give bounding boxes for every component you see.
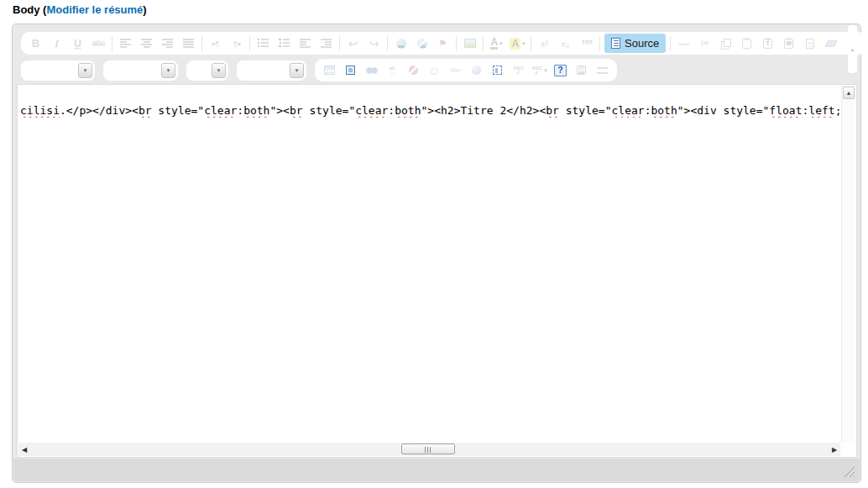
text-direction-rtl-button: ¶◂	[227, 34, 246, 53]
smiley-icon: ☺	[428, 64, 440, 77]
outdent-button	[295, 34, 315, 53]
text-direction-rtl-icon: ¶◂	[233, 39, 239, 48]
italic-button: I	[47, 34, 66, 53]
horizontal-scroll-track[interactable]	[30, 443, 829, 456]
spellcheck-button: ABC✓	[509, 60, 528, 80]
strikethrough-icon: abc	[92, 39, 105, 48]
paste-icon	[742, 39, 751, 49]
flash-button	[404, 60, 423, 80]
save-icon	[577, 66, 586, 75]
toolbar-separator	[112, 36, 112, 51]
resize-grip[interactable]	[843, 465, 855, 477]
maximize-icon	[346, 66, 355, 75]
size-combo: ▾	[186, 60, 228, 81]
paste-from-word-icon: W	[784, 39, 793, 49]
image-icon	[464, 39, 476, 48]
source-code-line: cilisi.</p></div><br style="clear:both">…	[20, 104, 839, 118]
table-button	[320, 60, 339, 80]
remove-format-button	[821, 34, 840, 53]
background-color-dropdown-arrow-icon: ▾	[522, 40, 526, 47]
toolbar-separator	[201, 36, 202, 51]
underline-button: U	[68, 34, 87, 53]
scroll-right-button[interactable]: ▶	[829, 446, 840, 454]
maximize-button[interactable]	[341, 60, 360, 80]
editor-bottom-bar	[13, 459, 860, 481]
copy-icon	[724, 39, 731, 47]
superscript-button: x²	[535, 34, 554, 53]
align-justify-icon	[183, 38, 194, 49]
background-color-icon: A	[510, 38, 520, 50]
spellcheck-icon: ABC✓	[513, 66, 524, 75]
strikethrough-button: abc	[89, 34, 108, 53]
font-combo: ▾	[237, 60, 306, 81]
toolbar-separator	[387, 36, 388, 51]
table-icon	[324, 66, 335, 75]
horizontal-scroll-thumb[interactable]	[401, 443, 455, 454]
teaser-break-icon	[597, 67, 608, 74]
save-button	[572, 60, 591, 80]
align-left-button	[116, 34, 135, 53]
undo-button: ↩	[343, 34, 363, 53]
subscript-icon: x₂	[562, 39, 570, 49]
anchor-button: ⚑	[433, 34, 452, 53]
align-center-button	[137, 34, 156, 53]
format-combo: ▾	[103, 60, 178, 81]
edit-summary-link[interactable]: Modifier le résumé	[46, 3, 143, 16]
text-color-button: A▾	[487, 34, 506, 53]
align-center-icon	[141, 38, 152, 49]
vertical-scrollbar[interactable]: ▲	[841, 86, 855, 443]
toolbar-collapse-button[interactable]: ▴	[848, 25, 857, 73]
unlink-icon	[417, 39, 427, 49]
image-button	[460, 34, 479, 53]
underline-icon: U	[74, 38, 81, 50]
align-justify-button	[179, 34, 198, 53]
outdent-icon	[300, 38, 311, 49]
link-icon	[396, 39, 406, 49]
indent-icon	[321, 38, 332, 49]
replace-icon: ab↔	[390, 66, 395, 75]
styles-combo-arrow-button: ▾	[78, 63, 92, 78]
size-combo-arrow-button: ▾	[212, 63, 226, 78]
spellcheck-scayt-button: ABC✓▾	[530, 60, 549, 80]
indent-button	[316, 34, 336, 53]
align-right-icon	[162, 38, 173, 49]
source-button[interactable]: Source	[604, 34, 666, 53]
bullet-list-button	[254, 34, 273, 53]
flash-icon	[409, 66, 418, 75]
source-button-label: Source	[625, 37, 659, 50]
background-color-button: A▾	[508, 34, 527, 53]
blockquote-icon: ””	[582, 37, 592, 50]
font-combo-arrow-button: ▾	[290, 63, 304, 78]
scroll-left-button[interactable]: ◀	[18, 446, 30, 454]
blockquote-button: ””	[577, 34, 596, 53]
replace-button: ab↔	[383, 60, 402, 80]
toolbar-separator	[339, 36, 340, 51]
redo-icon: ↪	[369, 37, 379, 50]
about-button[interactable]: ?	[551, 60, 570, 80]
italic-icon: I	[55, 37, 59, 50]
subscript-button: x₂	[556, 34, 575, 53]
horizontal-scrollbar[interactable]: ◀ ▶	[18, 443, 840, 456]
horizontal-rule-button: —	[674, 34, 693, 53]
field-label-prefix: Body (	[13, 3, 46, 16]
styles-combo: ▾	[21, 60, 95, 81]
superscript-icon: x²	[541, 39, 548, 49]
cut-icon: ✂	[700, 37, 709, 50]
toolbar-separator	[531, 36, 531, 51]
teaser-break-button	[593, 60, 612, 80]
show-blocks-button[interactable]	[488, 60, 507, 80]
ckeditor-container: BIUabc▸¶¶◂↩↪⚑A▾A▾x²x₂””Source—✂TWΩ ▾▾▾▾a…	[12, 24, 861, 483]
paste-button	[737, 34, 756, 53]
undo-icon: ↩	[348, 37, 358, 50]
scroll-up-button[interactable]: ▲	[843, 87, 855, 99]
toolbar-row-1: BIUabc▸¶¶◂↩↪⚑A▾A▾x²x₂””Source—✂TWΩ	[21, 32, 866, 55]
source-textarea[interactable]: cilisi.</p></div><br style="clear:both">…	[17, 84, 857, 458]
bold-button: B	[26, 34, 45, 53]
show-blocks-icon	[493, 66, 502, 75]
templates-button	[800, 34, 819, 53]
bold-icon: B	[32, 37, 39, 50]
unlink-button	[412, 34, 431, 53]
iframe-icon	[472, 66, 481, 75]
text-color-dropdown-arrow-icon: ▾	[499, 40, 503, 47]
toolbar-separator	[249, 36, 250, 51]
